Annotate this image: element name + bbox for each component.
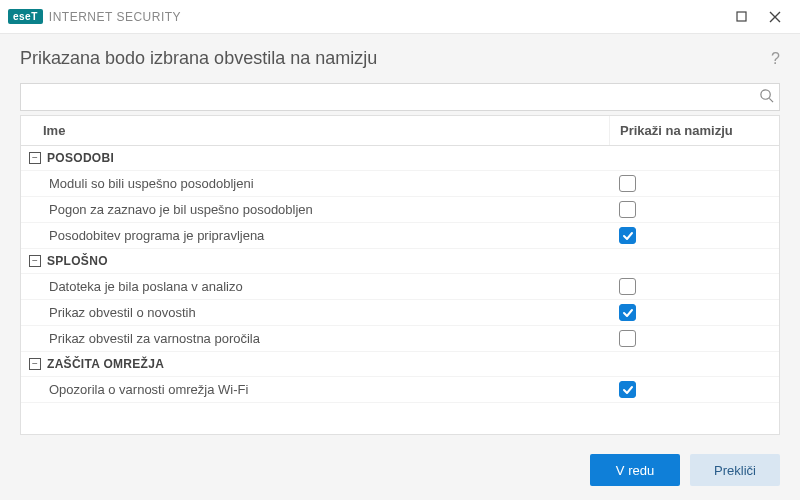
group-label: POSODOBI: [47, 151, 114, 165]
show-on-desktop-checkbox[interactable]: [619, 304, 636, 321]
column-header-show[interactable]: Prikaži na namizju: [609, 116, 779, 145]
titlebar: eseT INTERNET SECURITY: [0, 0, 800, 34]
svg-rect-0: [737, 12, 746, 21]
collapse-toggle[interactable]: −: [29, 152, 41, 164]
show-on-desktop-checkbox[interactable]: [619, 381, 636, 398]
dialog-footer: V redu Prekliči: [590, 454, 780, 486]
show-on-desktop-checkbox[interactable]: [619, 201, 636, 218]
notification-name: Prikaz obvestil o novostih: [21, 301, 609, 324]
ok-button[interactable]: V redu: [590, 454, 680, 486]
table-row: Datoteka je bila poslana v analizo: [21, 274, 779, 300]
notification-name: Datoteka je bila poslana v analizo: [21, 275, 609, 298]
brand-product-name: INTERNET SECURITY: [49, 10, 181, 24]
group-row: −ZAŠČITA OMREŽJA: [21, 352, 779, 377]
show-on-desktop-checkbox[interactable]: [619, 330, 636, 347]
group-label: ZAŠČITA OMREŽJA: [47, 357, 164, 371]
group-row: −POSODOBI: [21, 146, 779, 171]
column-header-name[interactable]: Ime: [21, 116, 609, 145]
square-icon: [736, 11, 747, 22]
notification-checkbox-cell: [609, 199, 779, 220]
close-icon: [769, 11, 781, 23]
show-on-desktop-checkbox[interactable]: [619, 175, 636, 192]
group-row: −SPLOŠNO: [21, 249, 779, 274]
cancel-button[interactable]: Prekliči: [690, 454, 780, 486]
notification-checkbox-cell: [609, 302, 779, 323]
show-on-desktop-checkbox[interactable]: [619, 227, 636, 244]
table-row: Prikaz obvestil o novostih: [21, 300, 779, 326]
notification-checkbox-cell: [609, 328, 779, 349]
notification-checkbox-cell: [609, 173, 779, 194]
table-row: Moduli so bili uspešno posodobljeni: [21, 171, 779, 197]
notification-name: Opozorila o varnosti omrežja Wi-Fi: [21, 378, 609, 401]
window-close-button[interactable]: [758, 0, 792, 34]
page-title: Prikazana bodo izbrana obvestila na nami…: [20, 48, 377, 69]
collapse-toggle[interactable]: −: [29, 255, 41, 267]
table-row: Pogon za zaznavo je bil uspešno posodobl…: [21, 197, 779, 223]
notification-name: Posodobitev programa je pripravljena: [21, 224, 609, 247]
notification-checkbox-cell: [609, 225, 779, 246]
brand: eseT INTERNET SECURITY: [8, 9, 181, 24]
table-row: Prikaz obvestil za varnostna poročila: [21, 326, 779, 352]
collapse-toggle[interactable]: −: [29, 358, 41, 370]
table-row: Posodobitev programa je pripravljena: [21, 223, 779, 249]
notification-checkbox-cell: [609, 276, 779, 297]
table-header: Ime Prikaži na namizju: [21, 116, 779, 146]
notification-name: Prikaz obvestil za varnostna poročila: [21, 327, 609, 350]
notification-name: Pogon za zaznavo je bil uspešno posodobl…: [21, 198, 609, 221]
group-label: SPLOŠNO: [47, 254, 108, 268]
notification-checkbox-cell: [609, 379, 779, 400]
search-row: [20, 83, 780, 111]
table-row: Opozorila o varnosti omrežja Wi-Fi: [21, 377, 779, 403]
page-header: Prikazana bodo izbrana obvestila na nami…: [20, 48, 780, 69]
window-maximize-button[interactable]: [724, 0, 758, 34]
help-button[interactable]: ?: [771, 50, 780, 68]
notification-table: Ime Prikaži na namizju −POSODOBIModuli s…: [20, 115, 780, 435]
search-input[interactable]: [20, 83, 780, 111]
brand-badge: eseT: [8, 9, 43, 24]
show-on-desktop-checkbox[interactable]: [619, 278, 636, 295]
notification-name: Moduli so bili uspešno posodobljeni: [21, 172, 609, 195]
